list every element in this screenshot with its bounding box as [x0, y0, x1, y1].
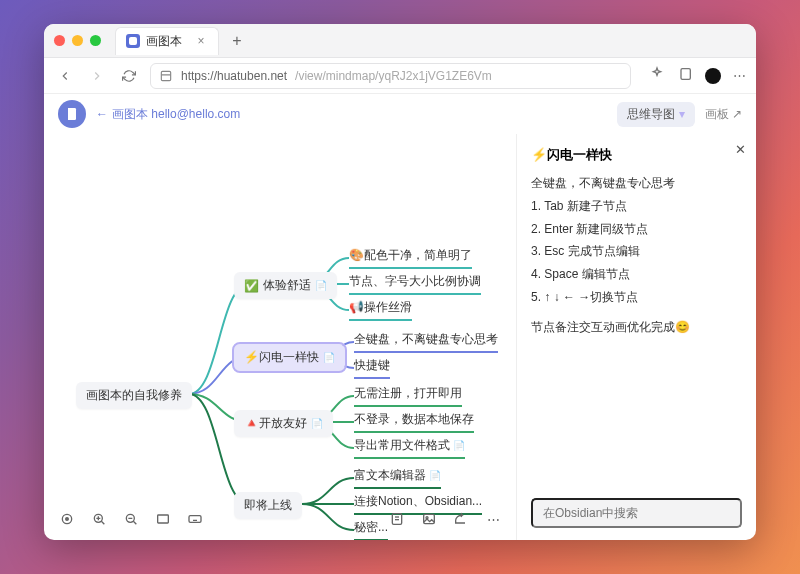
chevron-right-icon [90, 69, 104, 83]
note-icon: 📄 [426, 470, 441, 481]
locate-button[interactable] [56, 508, 78, 530]
image-icon [421, 511, 437, 527]
mindmap-leaf-node[interactable]: 不登录，数据本地保存 [354, 411, 474, 433]
svg-rect-13 [189, 516, 201, 523]
leaf-label: 秘密... [354, 520, 388, 534]
note-icon: 📄 [311, 418, 323, 429]
collections-icon [677, 66, 693, 82]
canvas-toolbar-right: ⋯ [386, 508, 504, 530]
mindmap-canvas[interactable]: 画图本的自我修养 ✅体验舒适📄 🎨配色干净，简单明了 节点、字号大小比例协调 📢… [44, 134, 516, 540]
zoom-in-icon [91, 511, 107, 527]
refresh-icon [122, 69, 136, 83]
svg-rect-21 [424, 514, 435, 523]
chevron-left-icon [58, 69, 72, 83]
node-label: ⚡闪电一样快 [244, 349, 319, 366]
tab-strip: 画图本 × + [44, 24, 756, 58]
doc-icon: ▾ [679, 107, 685, 121]
mindmap-branch-node[interactable]: 🔺开放友好📄 [234, 410, 333, 437]
mindmap-branch-node-selected[interactable]: ⚡闪电一样快📄 [234, 344, 345, 371]
share-icon [453, 511, 469, 527]
panel-line: 2. Enter 新建同级节点 [531, 218, 742, 241]
keyboard-button[interactable] [184, 508, 206, 530]
mindmap-leaf-node[interactable]: 导出常用文件格式 📄 [354, 437, 465, 459]
svg-rect-12 [158, 515, 169, 523]
mindmap-root-node[interactable]: 画图本的自我修养 [76, 382, 192, 409]
mindmap-leaf-node[interactable]: 快捷键 [354, 357, 390, 379]
toolbar-right: ⋯ [649, 66, 746, 85]
leaf-label: 富文本编辑器 [354, 468, 426, 482]
favicon-icon [126, 34, 140, 48]
forward-button[interactable] [86, 65, 108, 87]
zoom-out-button[interactable] [120, 508, 142, 530]
new-tab-button[interactable]: + [227, 31, 247, 51]
zoom-in-button[interactable] [88, 508, 110, 530]
refresh-button[interactable] [118, 65, 140, 87]
mindmap-leaf-node[interactable]: 秘密... [354, 519, 388, 540]
breadcrumb-back[interactable]: ← 画图本 hello@hello.com [96, 106, 240, 123]
canvas-label: 画板 [705, 106, 729, 123]
svg-point-4 [66, 518, 69, 521]
menu-button[interactable]: ⋯ [733, 68, 746, 83]
close-panel-button[interactable]: ✕ [735, 142, 746, 157]
outline-button[interactable] [386, 508, 408, 530]
image-button[interactable] [418, 508, 440, 530]
app-body: ← 画图本 hello@hello.com 思维导图 ▾ 画板 ↗ [44, 94, 756, 540]
mindmap-leaf-node[interactable]: 富文本编辑器 📄 [354, 467, 441, 489]
svg-line-11 [133, 521, 136, 524]
tab-close-button[interactable]: × [194, 34, 208, 48]
favorite-button[interactable] [649, 66, 665, 85]
side-panel: ✕ ⚡闪电一样快 全键盘，不离键盘专心思考 1. Tab 新建子节点 2. En… [516, 134, 756, 540]
tab-title: 画图本 [146, 33, 182, 50]
node-label: 画图本的自我修养 [86, 387, 182, 404]
external-icon: ↗ [732, 107, 742, 121]
leaf-label: 无需注册，打开即用 [354, 386, 462, 400]
view-mode-canvas[interactable]: 画板 ↗ [705, 106, 742, 123]
mindmap-leaf-node[interactable]: 全键盘，不离键盘专心思考 [354, 331, 498, 353]
panel-line: 3. Esc 完成节点编辑 [531, 240, 742, 263]
panel-subtitle: 全键盘，不离键盘专心思考 [531, 172, 742, 195]
app-header: ← 画图本 hello@hello.com 思维导图 ▾ 画板 ↗ [44, 94, 756, 134]
fit-button[interactable] [152, 508, 174, 530]
collections-button[interactable] [677, 66, 693, 85]
leaf-label: 节点、字号大小比例协调 [349, 274, 481, 288]
mindmap-branch-node[interactable]: ✅体验舒适📄 [234, 272, 337, 299]
browser-tab[interactable]: 画图本 × [115, 27, 219, 55]
toolbar: https://huatuben.net/view/mindmap/yqRJ2x… [44, 58, 756, 94]
arrow-left-icon: ← [96, 107, 108, 121]
site-info-icon [159, 69, 173, 83]
panel-title: ⚡闪电一样快 [531, 146, 742, 164]
obsidian-search-input[interactable] [531, 498, 742, 528]
note-icon: 📄 [450, 440, 465, 451]
more-button[interactable]: ⋯ [482, 508, 504, 530]
url-scheme-host: https://huatuben.net [181, 69, 287, 83]
node-label: 即将上线 [244, 497, 292, 514]
view-mode-mindmap[interactable]: 思维导图 ▾ [617, 102, 695, 127]
minimize-window-button[interactable] [72, 35, 83, 46]
panel-line: 5. ↑ ↓ ← →切换节点 [531, 286, 742, 309]
browser-window: 画图本 × + https://huatuben.net/view/mindma… [44, 24, 756, 540]
leaf-label: 不登录，数据本地保存 [354, 412, 474, 426]
zoom-out-icon [123, 511, 139, 527]
mindmap-leaf-node[interactable]: 节点、字号大小比例协调 [349, 273, 481, 295]
leaf-label: 全键盘，不离键盘专心思考 [354, 332, 498, 346]
svg-rect-0 [161, 71, 170, 80]
breadcrumb-label: 画图本 hello@hello.com [112, 106, 240, 123]
leaf-label: 📢操作丝滑 [349, 300, 412, 314]
back-button[interactable] [54, 65, 76, 87]
share-button[interactable] [450, 508, 472, 530]
mindmap-leaf-node[interactable]: 📢操作丝滑 [349, 299, 412, 321]
node-label: 体验舒适 [263, 277, 311, 294]
mindmap-branch-node[interactable]: 即将上线 [234, 492, 302, 519]
maximize-window-button[interactable] [90, 35, 101, 46]
app-logo[interactable] [58, 100, 86, 128]
check-icon: ✅ [244, 279, 259, 293]
url-path: /view/mindmap/yqRJ2x1jVG1ZE6Vm [295, 69, 492, 83]
mindmap-leaf-node[interactable]: 无需注册，打开即用 [354, 385, 462, 407]
mindmap-leaf-node[interactable]: 🎨配色干净，简单明了 [349, 247, 472, 269]
profile-button[interactable] [705, 68, 721, 84]
panel-line: 4. Space 编辑节点 [531, 263, 742, 286]
list-icon [389, 511, 405, 527]
address-bar[interactable]: https://huatuben.net/view/mindmap/yqRJ2x… [150, 63, 631, 89]
close-window-button[interactable] [54, 35, 65, 46]
sparkle-icon [649, 66, 665, 82]
